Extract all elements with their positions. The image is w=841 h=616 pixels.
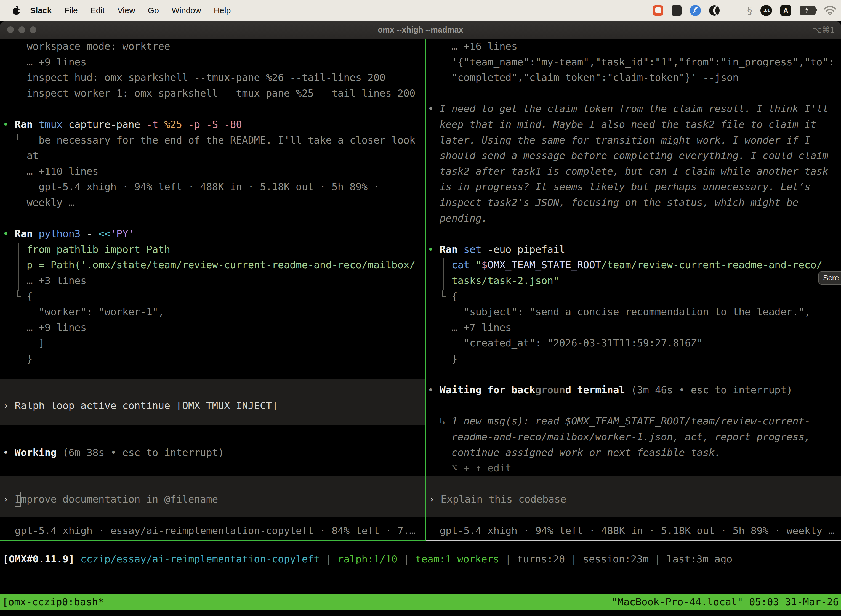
omx-status-line: [OMX#0.11.9] cczip/essay/ai-reimplementa… [3,551,732,567]
tooltip-label: Scre [823,273,839,282]
text-segment: continue assigned work or next feasible … [428,447,721,458]
terminal-line: • Working (6m 38s • esc to interrupt) [3,445,224,461]
text-segment: from pathlib import Path [3,244,170,255]
input-source-badge[interactable]: A [780,5,791,16]
terminal-line: … +16 lines [428,39,517,54]
text-segment: capture-pane [69,119,146,130]
text-segment: Waiting for back [440,384,535,396]
terminal-line: [OMX#0.11.9] cczip/essay/ai-reimplementa… [3,551,732,567]
tmux-host-clock: "MacBook-Pro-44.local" 05:03 31-Mar-26 [611,596,839,607]
text-segment: set [463,244,488,255]
text-segment: { [27,290,33,302]
text-segment: OMX_TEAM_STATE_ROOT [488,259,601,270]
indent-guide [443,258,444,290]
text-segment: gpt-5.4 xhigh · 94% left · 488K in · 5.1… [428,525,834,536]
terminal-line: inspect_hud: omx sparkshell --tmux-pane … [3,70,385,85]
wifi-icon[interactable] [824,6,836,15]
apple-menu-icon[interactable] [12,6,21,15]
text-segment: /team/review-current-readme-and-reco/ [601,259,822,270]
text-segment: cczip/essay/ai-reimplementation-copyleft [81,553,320,565]
text-segment: gpt-5.4 xhigh · 94% left · 488K in · 5.1… [3,181,379,192]
text-segment: weekly … [3,197,75,208]
text-segment: Ran [15,119,39,130]
tmux-status-bar: [omx-cczip0:bash* "MacBook-Pro-44.local"… [0,594,841,610]
dots-grid-icon[interactable] [728,5,739,16]
terminal-line: └ { [3,289,32,304]
text-segment: groun [535,384,565,396]
latency-badge[interactable]: ..61 [760,5,772,16]
menu-window[interactable]: Window [171,6,201,15]
menu-view[interactable]: View [117,6,135,15]
terminal-line: task2 after task1 is complete, but can I… [428,164,828,179]
menu-help[interactable]: Help [214,6,231,15]
text-segment: -euo pipefail [488,244,566,255]
text-segment: -p [188,119,206,130]
text-segment: << [98,228,110,239]
text-segment: - [86,228,98,239]
text-segment: ⌥ + ↑ edit [428,462,511,474]
terminal-line: workspace_mode: worktree [3,39,170,54]
terminal-line: … +110 lines [3,164,98,179]
pane-divider[interactable] [425,39,426,541]
text-segment: • [428,103,440,114]
terminal-line: tasks/task-2.json" [428,273,559,289]
text-segment: p = Path('.omx/state/team/review-current… [3,259,416,270]
pane-right[interactable]: … +16 lines '{"team_name":"my-team","tas… [428,39,841,540]
text-segment: … +3 lines [3,275,86,286]
battery-icon[interactable] [800,6,816,15]
messenger-icon[interactable] [690,5,701,16]
moon-icon[interactable] [709,5,719,16]
menu-go[interactable]: Go [148,6,159,15]
text-segment: └ [3,134,39,146]
squiggle-icon[interactable]: § [747,5,752,16]
text-segment: "worker": "worker-1", [3,306,164,317]
text-segment: "completed","claim_token":"claim-token"}… [428,72,738,83]
text-segment: last:3m ago [667,553,732,565]
text-segment: | [565,553,583,565]
tmux-session-label: [omx-cczip0:bash* [2,596,104,607]
terminal-line: "completed","claim_token":"claim-token"}… [428,70,738,85]
terminal-line: gpt-5.4 xhigh · 94% left · 488K in · 5.1… [428,523,834,539]
screen-tooltip: Scre [818,271,841,285]
text-segment: └ [428,290,452,302]
text-segment: … +9 lines [3,322,86,333]
terminal-line: … +9 lines [3,54,86,70]
terminal-line: • Ran set -euo pipefail [428,242,566,258]
text-segment: pending. [428,213,488,224]
terminal-content: › Ralph loop active continue [OMX_TMUX_I… [0,39,841,616]
password-grid-icon[interactable] [672,5,681,16]
text-segment: at [3,150,39,161]
window-title: omx --xhigh --madmax [0,21,841,39]
terminal-line: later. Using the same for transition mig… [428,132,810,148]
text-segment: … +16 lines [428,41,517,52]
text-segment: inspect task2's JSON, focusing on the st… [428,197,799,208]
terminal-line: cat "$OMX_TEAM_STATE_ROOT/team/review-cu… [428,257,822,273]
menu-edit[interactable]: Edit [91,6,105,15]
title-bar[interactable]: omx --xhigh --madmax ⌥⌘1 [0,21,841,39]
menu-file[interactable]: File [64,6,78,15]
text-segment: inspect_worker-1: omx sparkshell --tmux-… [3,88,416,99]
text-segment: readme-and-reco/mailbox/worker-1.json, a… [428,431,810,442]
pane-border-active [0,540,425,541]
text-segment [428,259,452,270]
terminal-line: • I need to get the claim token from the… [428,101,828,117]
pane-border-inactive [426,540,841,541]
menu-bar: Slack File Edit View Go Window Help § ..… [0,0,841,21]
terminal-line: "subject": "send a concise recommendatio… [428,304,810,320]
pane-left[interactable]: workspace_mode: worktree … +9 lines insp… [3,39,425,540]
text-segment: • [3,228,15,239]
terminal-line: } [428,351,457,367]
menu-app-name[interactable]: Slack [30,6,51,15]
text-segment: Working [15,447,62,458]
text-segment: is in progress? It seems likely but perh… [428,181,810,192]
text-segment: ↳ [428,415,452,427]
text-segment: team:1 workers [416,553,499,565]
text-segment: • [3,119,15,130]
window-shortcut-badge: ⌥⌘1 [813,21,835,39]
text-segment: ralph:1/10 [338,553,398,565]
terminal-line: at [3,148,39,164]
terminal-line: ⌥ + ↑ edit [428,461,511,476]
text-segment: $ [482,259,488,270]
terminal-line: inspect_worker-1: omx sparkshell --tmux-… [3,85,416,101]
screen-recording-icon[interactable] [653,5,663,16]
